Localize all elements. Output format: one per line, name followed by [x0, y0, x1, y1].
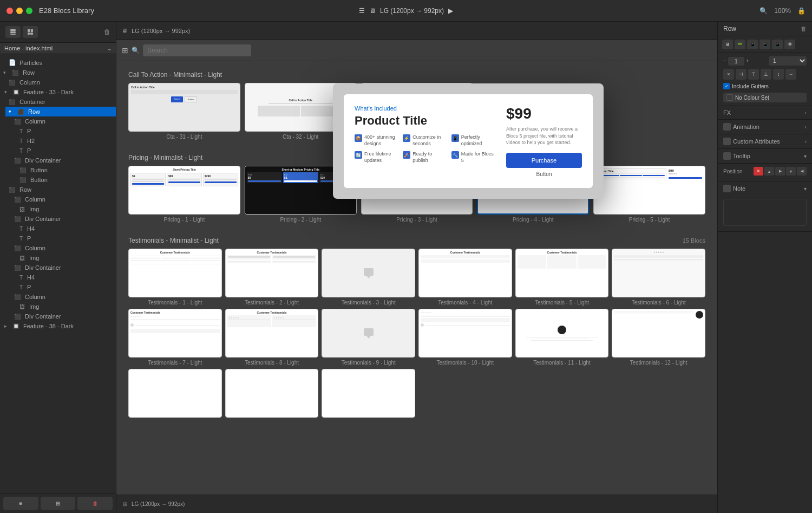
align-icon-2[interactable]: ⊣: [736, 69, 746, 80]
sidebar-item-img-2[interactable]: 🖼 Img: [16, 253, 116, 263]
sidebar-item-div-container-3[interactable]: ⬛ Div Container: [11, 263, 116, 272]
align-icon-5[interactable]: ↕: [773, 69, 784, 80]
mobile-icon[interactable]: 📱: [759, 40, 770, 49]
add-row-button[interactable]: ⊞: [41, 497, 76, 510]
sidebar-item-container-1[interactable]: ⬛ Container: [5, 97, 116, 107]
testimonials-10-bloc[interactable]: ★★★★★ Testimonials - 10 - Light: [418, 309, 512, 366]
sidebar-item-p-1[interactable]: T P: [16, 126, 116, 136]
columns-value[interactable]: 1: [728, 57, 744, 66]
minimize-button[interactable]: [16, 8, 23, 14]
sidebar-item-div-container-1[interactable]: ⬛ Div Container: [11, 155, 116, 165]
sidebar-item-div-container-2[interactable]: ⬛ Div Container: [11, 214, 116, 224]
sidebar-item-column-2[interactable]: ⬛ Column: [11, 116, 116, 126]
align-icon-4[interactable]: ⊥: [761, 69, 771, 80]
testimonials-6-bloc[interactable]: ★★★★★ Testimonials - 6 - Light: [612, 249, 705, 306]
colour-swatch[interactable]: No Colour Set: [723, 93, 807, 102]
sidebar-item-img-3[interactable]: 🖼 Img: [16, 302, 116, 311]
pos-top-button[interactable]: ▲: [764, 167, 774, 176]
testimonials-11-bloc[interactable]: Testimonials - 11 - Light: [515, 309, 609, 366]
sidebar-item-row-2[interactable]: ⬛ Row: [5, 185, 116, 194]
lock-icon[interactable]: 🔒: [797, 7, 806, 15]
pos-left-button[interactable]: ◀: [797, 167, 807, 176]
testimonials-12-bloc[interactable]: Testimonials - 12 - Light: [612, 309, 705, 366]
popup-button-link[interactable]: Button: [506, 171, 582, 177]
cta-31-bloc[interactable]: Call to Action Title Button Button Cta -: [128, 83, 240, 140]
rs-custom-attrs-title[interactable]: Custom Attributes ‹: [718, 134, 812, 148]
delete-icon[interactable]: 🗑: [104, 28, 110, 36]
rs-animation-title[interactable]: Animation ‹: [718, 120, 812, 134]
rs-trash-icon[interactable]: 🗑: [801, 25, 807, 32]
sidebar-item-column-3[interactable]: ⬛ Column: [11, 194, 116, 204]
layers-tab[interactable]: [5, 26, 21, 38]
sidebar-item-h2[interactable]: T H2: [16, 136, 116, 146]
popup-left: What's Included Product Title 📦 400+ stu…: [355, 105, 495, 177]
add-bloc-button[interactable]: ≡: [3, 497, 38, 510]
search-input[interactable]: [143, 44, 251, 56]
tablet-small-icon[interactable]: 📱: [747, 40, 758, 49]
search-icon[interactable]: 🔍: [759, 7, 768, 15]
pos-bottom-button[interactable]: ▼: [786, 167, 796, 176]
delete-item-button[interactable]: 🗑: [77, 497, 113, 510]
desktop-icon[interactable]: 🖥: [722, 40, 733, 49]
sidebar-item-p-3[interactable]: T P: [16, 233, 116, 243]
hide-icon[interactable]: 👁: [784, 40, 795, 49]
rs-tooltip-title[interactable]: Tooltip ▾: [718, 149, 812, 163]
sidebar-item-feature33[interactable]: ▾ 🔲 Feature - 33 - Dark: [0, 87, 116, 97]
sidebar-item-feature38[interactable]: ▸ 🔲 Feature - 38 - Dark: [0, 321, 116, 331]
testimonials-7-bloc[interactable]: Customer Testimonials ★★★★★: [128, 309, 222, 366]
align-icon-3[interactable]: ⊤: [748, 69, 759, 80]
align-icon-1[interactable]: ×: [723, 69, 734, 80]
sidebar-item-row-1[interactable]: ▾ ⬛ Row: [0, 68, 116, 77]
device-indicator: 🖥: [122, 28, 127, 34]
testimonials-section-header: Testimonials - Minimalist - Light 15 Blo…: [128, 237, 705, 244]
menu-icon[interactable]: ☰: [359, 7, 365, 15]
note-textarea[interactable]: [723, 199, 807, 226]
mobile-small-icon[interactable]: 📱: [772, 40, 783, 49]
svg-marker-8: [366, 276, 371, 278]
play-icon[interactable]: ▶: [448, 7, 453, 15]
pricing-1-bloc[interactable]: Short Pricing Title $9: [128, 166, 240, 223]
pricing-5-bloc[interactable]: Product Title: [593, 166, 705, 223]
close-button[interactable]: [6, 8, 13, 14]
sidebar-item-p-2[interactable]: T P: [16, 146, 116, 155]
home-selector[interactable]: Home - index.html ⌄: [0, 43, 116, 54]
testimonials-4-bloc[interactable]: Customer Testimonials Testimonials - 4 -…: [418, 249, 512, 306]
testimonials-6-label: Testimonials - 6 - Light: [612, 300, 705, 306]
sidebar-item-h4-1[interactable]: T H4: [16, 224, 116, 233]
sidebar-item-column-5[interactable]: ⬛ Column: [11, 292, 116, 302]
tablet-icon[interactable]: 📟: [735, 40, 745, 49]
maximize-button[interactable]: [26, 8, 32, 14]
testimonials-3-bloc[interactable]: Testimonials - 3 - Light: [322, 249, 415, 306]
device-label[interactable]: LG (1200px → 992px): [380, 7, 444, 15]
include-gutters-checkbox[interactable]: ✓: [723, 83, 730, 89]
testimonials-1-bloc[interactable]: Customer Testimonials: [128, 249, 222, 306]
rs-fx-title[interactable]: FX ‹: [718, 106, 812, 119]
sidebar-item-button-2[interactable]: ⬛ Button: [16, 175, 116, 185]
sidebar-item-particles[interactable]: 📄 Particles: [5, 57, 116, 68]
pos-x-button[interactable]: ✕: [754, 167, 763, 176]
sidebar-item-row-selected[interactable]: ▾ ⬛ Row: [5, 107, 116, 116]
sidebar-item-p-4[interactable]: T P: [16, 282, 116, 292]
testimonials-14-bloc[interactable]: [225, 369, 319, 418]
testimonials-9-bloc[interactable]: Testimonials - 9 - Light: [322, 309, 415, 366]
sidebar-item-img-1[interactable]: 🖼 Img: [16, 204, 116, 214]
testimonials-15-bloc[interactable]: [322, 369, 415, 418]
assets-tab[interactable]: [23, 26, 38, 38]
testimonials-8-bloc[interactable]: Customer Testimonials ★★★★★ ★★★★★ Testim…: [225, 309, 319, 366]
pos-right-button[interactable]: ▶: [775, 167, 785, 176]
plus-icon[interactable]: +: [746, 58, 749, 64]
columns-select[interactable]: 1234: [769, 56, 807, 66]
rs-note-title[interactable]: Note ▾: [718, 181, 812, 196]
align-icon-6[interactable]: →: [785, 69, 796, 80]
sidebar-item-column-1[interactable]: ⬛ Column: [5, 77, 116, 87]
testimonials-2-bloc[interactable]: Customer Testimonials: [225, 249, 319, 306]
testimonials-13-bloc[interactable]: [128, 369, 222, 418]
testimonials-5-bloc[interactable]: Customer Testimonials Testimonials -: [515, 249, 609, 306]
minus-icon[interactable]: −: [723, 58, 726, 64]
sidebar-item-button-1[interactable]: ⬛ Button: [16, 165, 116, 175]
sidebar-item-h4-2[interactable]: T H4: [16, 272, 116, 282]
sidebar-item-div-container-4[interactable]: ⬛ Div Container: [11, 311, 116, 321]
purchase-button[interactable]: Purchase: [506, 153, 582, 168]
sidebar-item-column-4[interactable]: ⬛ Column: [11, 243, 116, 253]
pricing-5-thumb: Product Title: [593, 166, 705, 215]
